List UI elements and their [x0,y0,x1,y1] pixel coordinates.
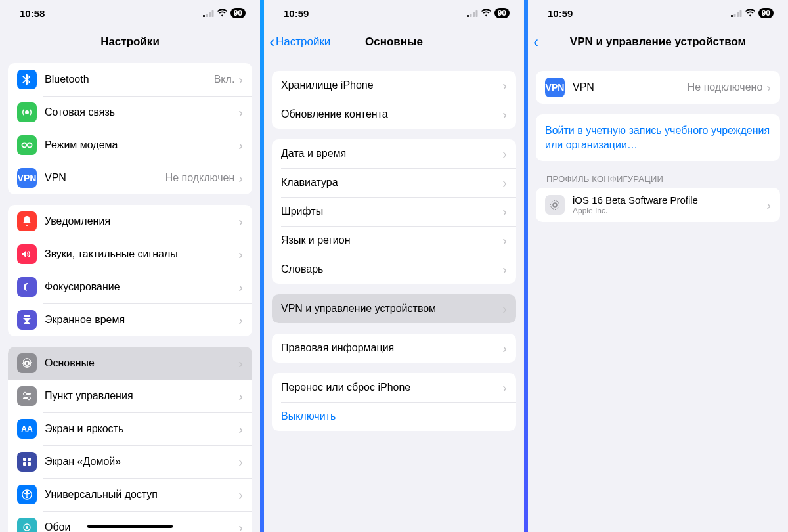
row-legal[interactable]: Правовая информация › [272,334,516,363]
row-sign-in-org[interactable]: Войти в учетную запись учебного учрежден… [536,114,780,161]
chevron-right-icon: › [238,138,243,153]
notifications-icon [17,211,37,231]
svg-rect-0 [203,15,205,17]
row-label: Правовая информация [281,342,502,354]
chevron-right-icon: › [238,171,243,186]
vpn-icon: VPN [17,168,37,188]
svg-rect-1 [206,14,208,17]
row-vpn[interactable]: VPN VPN Не подключен › [8,162,252,194]
svg-rect-20 [470,14,471,17]
svg-point-9 [24,392,27,395]
back-button[interactable]: ‹ Настройки [269,34,330,50]
cellular-signal-icon [467,10,478,17]
row-dictionary[interactable]: Словарь › [272,255,516,284]
chevron-right-icon: › [238,422,243,437]
chevron-right-icon: › [238,454,243,470]
row-vpn[interactable]: VPN VPN Не подключено › [536,71,780,104]
row-shutdown[interactable]: Выключить [272,402,516,431]
profile-name: iOS 16 Beta Software Profile [573,194,766,206]
row-screentime[interactable]: Экранное время › [8,303,252,336]
clock: 10:58 [20,8,45,19]
home-indicator[interactable] [87,525,173,528]
row-keyboard[interactable]: Клавиатура › [272,168,516,197]
statusbar: 10:58 90 [0,0,260,26]
row-label: Экранное время [45,314,238,326]
row-cellular[interactable]: Сотовая связь › [8,96,252,129]
content: Bluetooth Вкл. › Сотовая связь › Режим м… [0,58,260,532]
system-group: Основные › Пункт управления › AA Экран и… [8,347,252,532]
row-home-screen[interactable]: Экран «Домой» › [8,445,252,478]
svg-rect-2 [209,12,211,17]
vpn-group: VPN и управление устройством › [272,294,516,323]
back-button[interactable]: ‹ [533,34,538,50]
row-display[interactable]: AA Экран и яркость › [8,412,252,445]
row-value: Не подключен [165,172,235,184]
nav-title: VPN и управление устройством [570,35,746,49]
content: Хранилище iPhone › Обновление контента ›… [264,58,524,532]
svg-rect-3 [211,10,213,17]
row-general[interactable]: Основные › [8,347,252,380]
row-fonts[interactable]: Шрифты › [272,197,516,226]
cellular-signal-icon [203,10,214,17]
bluetooth-icon [17,70,37,89]
row-label: Bluetooth [45,74,214,85]
svg-rect-14 [28,462,31,466]
row-control-center[interactable]: Пункт управления › [8,380,252,412]
row-label: VPN и управление устройством [281,303,502,315]
row-value: Вкл. [214,74,235,85]
row-label: Обновление контента [281,108,502,120]
clock: 10:59 [284,8,309,19]
row-background-refresh[interactable]: Обновление контента › [272,100,516,129]
row-hotspot[interactable]: Режим модема › [8,129,252,162]
svg-point-5 [28,143,32,148]
cellular-icon [17,102,37,122]
content: VPN VPN Не подключено › Войти в учетную … [528,58,788,532]
row-accessibility[interactable]: Универсальный доступ › [8,478,252,511]
profile-group: iOS 16 Beta Software Profile Apple Inc. … [536,188,780,222]
battery-icon: 90 [494,8,510,18]
row-sounds[interactable]: Звуки, тактильные сигналы › [8,238,252,271]
svg-rect-23 [731,15,733,17]
row-label: Звуки, тактильные сигналы [45,248,238,260]
row-focus[interactable]: Фокусирование › [8,271,252,303]
row-wallpaper[interactable]: Обои › [8,511,252,532]
row-vpn-management[interactable]: VPN и управление устройством › [272,294,516,323]
row-label: Уведомления [45,215,238,227]
nav-title: Настройки [100,35,160,49]
connectivity-group: Bluetooth Вкл. › Сотовая связь › Режим м… [8,63,252,194]
row-value: Не подключено [688,81,763,93]
status-icons: 90 [731,8,774,18]
row-label: Дата и время [281,148,502,160]
signin-group: Войти в учетную запись учебного учрежден… [536,114,780,161]
hotspot-icon [17,135,37,155]
row-config-profile[interactable]: iOS 16 Beta Software Profile Apple Inc. … [536,188,780,222]
general-screen: 10:59 90 ‹ Настройки Основные Хранилище … [264,0,524,532]
row-label: iOS 16 Beta Software Profile Apple Inc. [573,194,766,215]
row-transfer-reset[interactable]: Перенос или сброс iPhone › [272,373,516,402]
row-label: VPN [45,172,165,184]
accessibility-icon [17,485,37,504]
settings-screen: 10:58 90 Настройки Bluetooth Вкл. › Сото… [0,0,260,532]
row-label: Режим модема [45,139,238,151]
row-date-time[interactable]: Дата и время › [272,139,516,168]
vpn-management-screen: 10:59 90 ‹ VPN и управление устройством … [528,0,788,532]
chevron-right-icon: › [238,105,243,120]
chevron-right-icon: › [502,175,507,190]
profile-header: ПРОФИЛЬ КОНФИГУРАЦИИ [546,174,770,184]
row-notifications[interactable]: Уведомления › [8,205,252,238]
row-label: Основные [45,357,238,369]
battery-icon: 90 [758,8,774,18]
row-language-region[interactable]: Язык и регион › [272,226,516,255]
svg-point-4 [22,143,27,148]
cellular-signal-icon [731,10,742,17]
svg-point-27 [553,203,557,207]
chevron-right-icon: › [238,313,243,328]
profile-icon [545,195,565,215]
row-label: Выключить [281,410,507,422]
svg-rect-19 [467,15,469,17]
wifi-icon [481,9,492,17]
reset-group: Перенос или сброс iPhone › Выключить [272,373,516,431]
row-iphone-storage[interactable]: Хранилище iPhone › [272,71,516,100]
vpn-icon: VPN [545,78,565,97]
row-bluetooth[interactable]: Bluetooth Вкл. › [8,63,252,96]
